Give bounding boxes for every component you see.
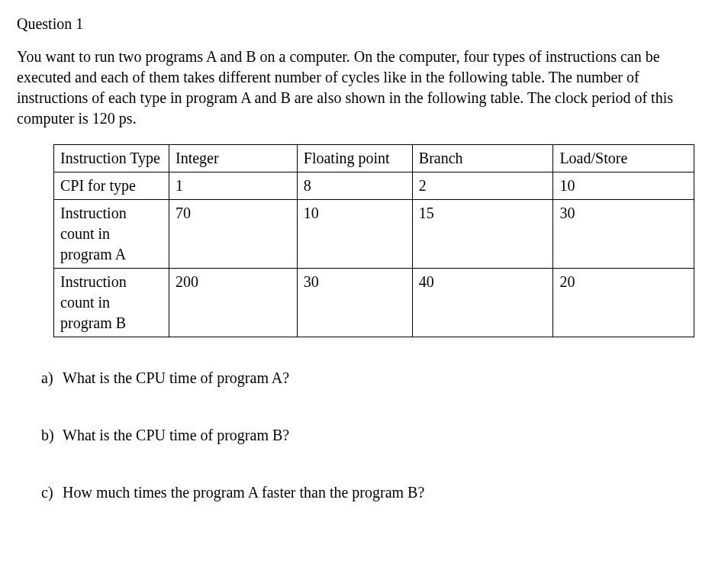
cell: 15	[412, 200, 553, 269]
cell: 70	[169, 200, 298, 269]
cell: 20	[553, 269, 694, 337]
cell: 2	[412, 172, 553, 200]
header-rowlabel: Instruction Type	[54, 145, 169, 172]
question-text: How much times the program A faster than…	[63, 482, 711, 503]
cell: 10	[297, 200, 412, 269]
question-label: b)	[41, 425, 63, 446]
cell: 10	[553, 172, 694, 200]
table-header-row: Instruction Type Integer Floating point …	[54, 145, 694, 172]
question-b: b) What is the CPU time of program B?	[41, 425, 711, 446]
table-row: Instruction count in program A 70 10 15 …	[54, 200, 694, 269]
question-label: a)	[41, 368, 63, 388]
question-list: a) What is the CPU time of program A? b)…	[41, 368, 711, 503]
row-label: Instruction count in program B	[54, 269, 169, 337]
instruction-table: Instruction Type Integer Floating point …	[53, 144, 694, 337]
table-row: CPI for type 1 8 2 10	[54, 172, 694, 200]
row-label: CPI for type	[54, 172, 169, 200]
question-text: What is the CPU time of program B?	[63, 425, 711, 446]
row-label: Instruction count in program A	[54, 200, 169, 269]
header-col-branch: Branch	[412, 145, 553, 172]
question-text: What is the CPU time of program A?	[63, 368, 711, 388]
question-label: c)	[41, 482, 63, 503]
cell: 1	[169, 172, 298, 200]
question-intro: You want to run two programs A and B on …	[17, 47, 711, 129]
question-title: Question 1	[17, 14, 711, 34]
header-col-integer: Integer	[169, 145, 298, 172]
cell: 40	[412, 269, 553, 337]
cell: 200	[169, 269, 298, 337]
cell: 30	[297, 269, 412, 337]
cell: 8	[297, 172, 412, 200]
question-c: c) How much times the program A faster t…	[41, 482, 711, 503]
cell: 30	[553, 200, 694, 269]
question-a: a) What is the CPU time of program A?	[41, 368, 711, 388]
table-row: Instruction count in program B 200 30 40…	[54, 269, 694, 337]
instruction-table-wrap: Instruction Type Integer Floating point …	[53, 144, 694, 337]
header-col-floating: Floating point	[297, 145, 412, 172]
header-col-loadstore: Load/Store	[553, 145, 694, 172]
